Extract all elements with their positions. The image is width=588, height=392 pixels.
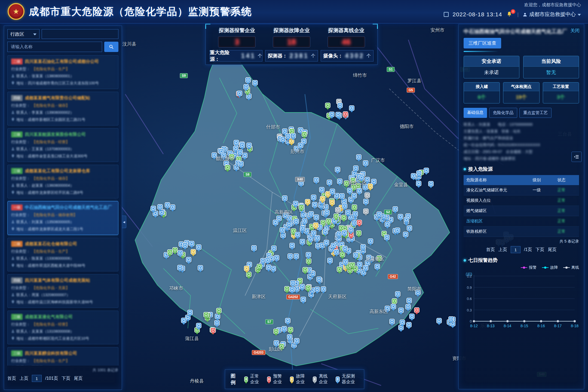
map-marker-blue[interactable] [376, 212, 382, 217]
map-marker-blue[interactable] [294, 338, 299, 344]
map-marker-blue[interactable] [321, 286, 326, 292]
page-last[interactable]: 尾页 [548, 247, 556, 253]
map-marker-blue[interactable] [349, 105, 354, 111]
map-marker-blue[interactable] [323, 229, 328, 234]
map-marker-blue[interactable] [348, 227, 354, 232]
map-marker-blue[interactable] [177, 250, 183, 256]
map-marker-red[interactable] [343, 111, 348, 117]
map-marker-blue[interactable] [290, 280, 296, 286]
map-marker-red[interactable] [210, 327, 216, 333]
map-marker-green[interactable] [302, 131, 307, 137]
map-marker-blue[interactable] [251, 245, 257, 251]
map-marker-blue[interactable] [237, 91, 242, 96]
map-marker-blue[interactable] [287, 334, 292, 340]
page-first[interactable]: 首页 [486, 247, 495, 253]
map-marker-blue[interactable] [198, 265, 203, 271]
map-marker-blue[interactable] [360, 244, 366, 250]
map-marker-yellow[interactable] [329, 200, 335, 205]
map-marker-blue[interactable] [181, 318, 186, 323]
search-input[interactable] [7, 42, 102, 52]
map-marker-blue[interactable] [384, 235, 390, 240]
map-marker-blue[interactable] [242, 153, 247, 158]
map-marker-blue[interactable] [327, 180, 332, 185]
company-card[interactable]: 四级成都某某燃气有限责任公司储配站行业类型：【危险化学品 - 储存】联系人：李某… [7, 92, 118, 125]
map-marker-blue[interactable] [157, 204, 163, 210]
map-marker-blue[interactable] [274, 255, 279, 261]
map-marker-blue[interactable] [319, 187, 324, 192]
company-card[interactable]: 三级四川某某醇业科技有限公司行业类型：【危险化学品 - 生产】联系人：郑某某（1… [7, 347, 118, 366]
map-marker-blue[interactable] [324, 240, 329, 245]
map-marker-blue[interactable] [375, 264, 380, 269]
map-marker-blue[interactable] [280, 137, 286, 142]
map-marker-blue[interactable] [405, 304, 411, 310]
map-marker-blue[interactable] [287, 253, 293, 259]
company-card[interactable]: 三级成都某某化工有限公司龙泉驿仓库行业类型：【危险化学品 - 储存】联系人：赵某… [7, 165, 118, 198]
page-last[interactable]: 尾页 [74, 376, 82, 381]
map-marker-blue[interactable] [404, 217, 409, 222]
map-marker-blue[interactable] [398, 308, 404, 313]
tab-重点监管工艺[interactable]: 重点监管工艺 [519, 108, 552, 118]
map-marker-blue[interactable] [342, 203, 347, 209]
map-marker-gray[interactable] [363, 209, 369, 214]
map-marker-blue[interactable] [337, 179, 342, 184]
map-marker-blue[interactable] [294, 286, 299, 292]
map-marker-blue[interactable] [290, 133, 296, 139]
company-card[interactable]: 三级四川某某能源发展股份有限公司行业类型：【危险化学品 - 经营】联系人：王某某… [7, 128, 118, 162]
page-number-input[interactable] [32, 375, 42, 382]
map-marker-blue[interactable] [334, 193, 339, 198]
map-marker-blue[interactable] [342, 246, 348, 251]
map-marker-blue[interactable] [170, 204, 175, 210]
map-marker-blue[interactable] [409, 314, 415, 319]
map-marker-blue[interactable] [334, 249, 339, 255]
map-marker-blue[interactable] [339, 193, 345, 199]
map-marker-blue[interactable] [391, 304, 396, 309]
map-marker-green[interactable] [216, 308, 222, 313]
map-marker-blue[interactable] [285, 133, 291, 139]
hazard-row[interactable]: 液化石油气储罐区单元一级正常 [464, 185, 579, 195]
region-select[interactable]: 行政区 [7, 29, 39, 39]
tab-危险化学品[interactable]: 危险化学品 [489, 108, 517, 118]
notification-bell[interactable]: 0 [506, 11, 513, 18]
map-marker-blue[interactable] [246, 143, 252, 148]
map-marker-blue[interactable] [406, 322, 412, 327]
map-marker-blue[interactable] [330, 189, 335, 194]
map-marker-green[interactable] [325, 103, 330, 108]
map-marker-blue[interactable] [395, 228, 400, 233]
company-card[interactable]: 一级中石油西南油气田分公司成都天然气化工总厂行业类型：【危险化学品 - 储存使用… [7, 201, 118, 235]
map-marker-green[interactable] [350, 262, 355, 268]
map-marker-blue[interactable] [424, 168, 429, 173]
map-marker-blue[interactable] [282, 195, 287, 201]
map-marker-blue[interactable] [186, 257, 191, 262]
map-marker-blue[interactable] [314, 287, 320, 292]
map-marker-blue[interactable] [302, 218, 307, 224]
map-marker-blue[interactable] [281, 326, 287, 332]
map-marker-blue[interactable] [151, 206, 156, 211]
map-marker-green[interactable] [167, 249, 173, 255]
map-marker-blue[interactable] [335, 112, 341, 117]
map-marker-blue[interactable] [363, 265, 368, 271]
page-first[interactable]: 首页 [7, 376, 16, 381]
map-marker-blue[interactable] [238, 161, 244, 167]
map-marker-blue[interactable] [395, 291, 400, 297]
map-marker-yellow[interactable] [305, 199, 310, 204]
map-marker-blue[interactable] [436, 318, 442, 323]
map-marker-yellow[interactable] [191, 249, 196, 255]
map-marker-blue[interactable] [398, 214, 403, 219]
map-marker-green[interactable] [302, 267, 308, 272]
map-marker-blue[interactable] [196, 244, 201, 250]
map-marker-blue[interactable] [406, 298, 412, 303]
map-marker-blue[interactable] [353, 252, 359, 258]
map-marker-blue[interactable] [315, 235, 320, 241]
map-marker-blue[interactable] [293, 219, 299, 224]
map-marker-green[interactable] [284, 286, 290, 292]
map-marker-blue[interactable] [368, 238, 373, 244]
map-marker-yellow[interactable] [320, 196, 325, 201]
map-marker-green[interactable] [273, 329, 279, 334]
map-marker-blue[interactable] [411, 173, 416, 179]
map-marker-blue[interactable] [343, 259, 348, 265]
page-next[interactable]: 下页 [535, 247, 544, 253]
map-marker-blue[interactable] [165, 202, 170, 208]
map-marker-blue[interactable] [329, 112, 335, 117]
map-marker-green[interactable] [225, 165, 230, 170]
map-marker-blue[interactable] [271, 266, 276, 271]
